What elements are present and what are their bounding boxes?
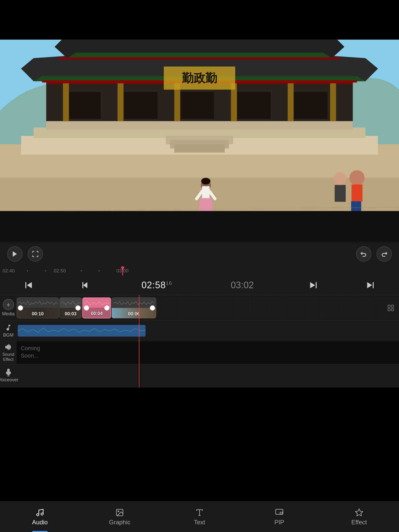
play-button[interactable] xyxy=(7,246,23,262)
clip-1[interactable]: 00:10 xyxy=(17,297,59,318)
svg-rect-13 xyxy=(124,92,157,119)
ruler-dot-4 xyxy=(98,270,100,272)
nav-label-effect: Effect xyxy=(351,519,367,526)
clip-3-duration: 00:04 xyxy=(91,311,103,316)
skip-to-start-button[interactable] xyxy=(0,278,57,292)
nav-label-graphic: Graphic xyxy=(109,519,130,526)
svg-point-63 xyxy=(118,511,119,512)
nav-item-audio[interactable]: Audio xyxy=(0,502,80,532)
temple-illustration: 勤政勤 xyxy=(0,40,399,211)
svg-rect-52 xyxy=(373,282,374,288)
svg-marker-47 xyxy=(27,282,32,288)
svg-rect-29 xyxy=(174,144,225,153)
video-frame: 勤政勤 xyxy=(0,40,399,211)
track-content-bgm[interactable] xyxy=(17,321,399,341)
track-content-voiceover[interactable] xyxy=(17,364,399,387)
clip-4[interactable]: 00:06 xyxy=(112,297,156,318)
coming-soon-text-sound: ComingSoon... xyxy=(21,345,40,359)
svg-text:勤政勤: 勤政勤 xyxy=(182,71,217,85)
nav-item-pip[interactable]: PIP xyxy=(239,502,319,532)
svg-point-61 xyxy=(41,513,43,515)
video-preview: 勤政勤 xyxy=(0,40,399,211)
redo-button[interactable] xyxy=(376,246,392,262)
svg-rect-57 xyxy=(392,308,394,311)
track-content-media[interactable]: 00:10 00:03 xyxy=(17,295,399,320)
svg-point-35 xyxy=(349,170,364,185)
effect-icon xyxy=(354,508,364,517)
svg-rect-15 xyxy=(237,92,271,119)
svg-rect-37 xyxy=(351,201,356,211)
undo-button[interactable] xyxy=(356,246,371,262)
clip-4-handle-right[interactable] xyxy=(150,305,155,311)
skip-to-end-button[interactable] xyxy=(342,278,399,292)
svg-rect-21 xyxy=(288,83,294,121)
nav-label-audio: Audio xyxy=(32,519,48,526)
track-label-sound-effect: Sound Effect xyxy=(0,341,17,364)
track-bgm: BGM xyxy=(0,321,399,341)
toolbar-left xyxy=(7,246,43,262)
svg-rect-54 xyxy=(388,305,390,307)
coming-soon-overlay-sound: ComingSoon... xyxy=(17,341,399,364)
nav-item-graphic[interactable]: Graphic xyxy=(80,502,160,532)
clip-2-duration: 00:03 xyxy=(65,311,76,317)
track-grid-button[interactable] xyxy=(385,302,397,314)
svg-marker-53 xyxy=(367,282,372,288)
end-time-display: 03:02 xyxy=(199,280,285,291)
track-content-sound-effect[interactable]: ComingSoon... xyxy=(17,341,399,364)
bottom-nav: Audio Graphic Text xyxy=(0,501,399,532)
svg-rect-36 xyxy=(351,185,362,202)
svg-rect-55 xyxy=(392,305,394,307)
clip-3[interactable]: 00:04 xyxy=(82,297,111,318)
ruler-dot-3 xyxy=(81,270,82,272)
svg-rect-18 xyxy=(118,83,124,121)
svg-marker-49 xyxy=(83,282,87,288)
svg-marker-45 xyxy=(13,251,17,257)
svg-rect-56 xyxy=(388,308,390,311)
svg-rect-66 xyxy=(276,509,283,514)
track-label-voiceover: Voiceover xyxy=(0,364,17,387)
track-label-bgm-text: BGM xyxy=(3,332,14,338)
frame-forward-button[interactable] xyxy=(285,278,342,292)
mid-spacer xyxy=(0,211,399,242)
controls-area: 02:40 02:50 03:00 02:5816 03:02 xyxy=(0,242,399,387)
bgm-clip[interactable] xyxy=(18,325,146,337)
add-media-button[interactable]: + xyxy=(3,299,14,310)
current-time-display: 02:5816 xyxy=(114,280,199,291)
svg-marker-68 xyxy=(356,509,363,516)
clip-2-handle-right[interactable] xyxy=(75,305,81,311)
svg-marker-51 xyxy=(310,282,315,288)
ruler-label-250: 02:50 xyxy=(54,268,66,274)
timeline-tracks: + Media 00:10 xyxy=(0,295,399,387)
fullscreen-button[interactable] xyxy=(28,246,43,262)
clip-2[interactable]: 00:03 xyxy=(59,297,82,318)
svg-rect-67 xyxy=(280,512,283,514)
track-label-sound-effect-text: Sound Effect xyxy=(0,352,17,362)
svg-rect-41 xyxy=(335,185,346,202)
timeline-ruler[interactable]: 02:40 02:50 03:00 xyxy=(0,266,399,275)
svg-rect-16 xyxy=(294,92,327,119)
frame-back-button[interactable] xyxy=(57,278,114,292)
track-sound-effect: Sound Effect ComingSoon... xyxy=(0,341,399,364)
nav-item-effect[interactable]: Effect xyxy=(319,502,399,532)
text-icon xyxy=(195,508,204,517)
clip-1-handle-left[interactable] xyxy=(18,305,23,311)
svg-rect-17 xyxy=(63,83,69,121)
track-label-media-text: Media xyxy=(2,311,15,317)
ruler-dot-1 xyxy=(27,270,28,272)
svg-rect-38 xyxy=(356,201,361,211)
bgm-waveform xyxy=(18,325,146,337)
nav-label-pip: PIP xyxy=(274,519,284,526)
clip-4-duration: 00:06 xyxy=(128,311,140,317)
top-spacer xyxy=(0,0,399,40)
nav-item-text[interactable]: Text xyxy=(160,502,239,532)
transport-row: 02:5816 03:02 xyxy=(0,275,399,295)
toolbar-right xyxy=(356,246,392,262)
svg-point-39 xyxy=(334,172,346,185)
svg-rect-50 xyxy=(316,282,317,288)
toolbar-row xyxy=(0,242,399,266)
clip-1-duration: 00:10 xyxy=(32,311,43,317)
svg-rect-12 xyxy=(67,92,101,119)
nav-label-text: Text xyxy=(194,519,205,526)
clip-3-handle-left[interactable] xyxy=(84,305,89,311)
clip-3-handle-right[interactable] xyxy=(104,305,109,311)
